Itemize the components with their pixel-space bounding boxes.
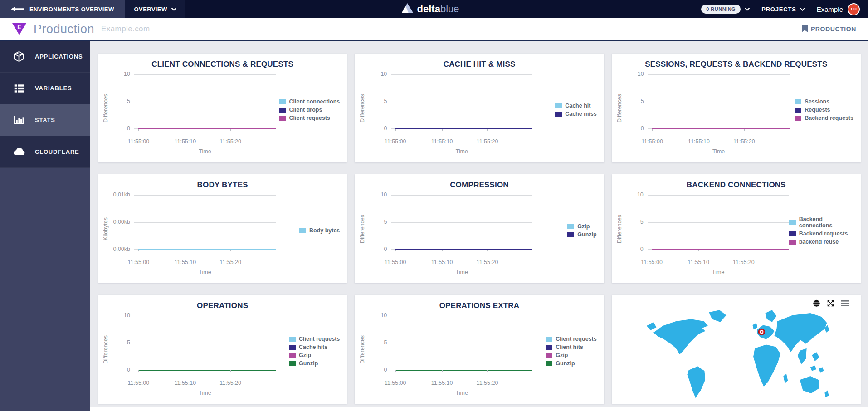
y-tick-labels: 1050 <box>110 71 134 132</box>
x-tick-mark <box>185 370 185 372</box>
account-label: Example <box>817 5 843 13</box>
bottom-strip <box>90 407 868 411</box>
data-line <box>138 370 276 371</box>
legend-swatch <box>795 108 801 113</box>
production-bookmark[interactable]: PRODUCTION <box>802 25 856 34</box>
x-tick-mark <box>395 250 396 251</box>
legend: Body bytes <box>299 227 340 234</box>
chart-card-operations: OPERATIONSDifferences105011:55:0011:55:1… <box>98 295 347 404</box>
gridline <box>391 195 532 196</box>
plot-grid <box>134 316 276 370</box>
sidebar-item-cloudflare[interactable]: CLOUDFLARE <box>0 136 90 168</box>
legend-item[interactable]: Requests <box>795 107 853 113</box>
legend-item[interactable]: Cache hits <box>289 344 340 350</box>
legend: GzipGunzip <box>567 223 596 238</box>
legend-item[interactable]: Client requests <box>279 115 340 121</box>
x-tick-mark <box>487 250 488 251</box>
account-menu[interactable]: Example EU <box>817 3 860 15</box>
globe-icon[interactable] <box>813 299 820 307</box>
legend-item[interactable]: Client requests <box>546 336 596 342</box>
legend-item[interactable]: Backend requests <box>789 231 853 237</box>
gridline <box>648 74 790 75</box>
legend-item[interactable]: Client drops <box>279 107 340 113</box>
x-tick: 11:55:20 <box>219 259 241 265</box>
plot-grid <box>391 195 532 250</box>
x-tick-labels: 11:55:0011:55:1011:55:20 <box>134 138 276 146</box>
y-tick: 0 <box>640 246 644 252</box>
legend-item[interactable]: Gunzip <box>546 360 596 367</box>
legend-item[interactable]: Gunzip <box>567 231 596 238</box>
y-tick: 0,00kb <box>113 246 130 252</box>
legend-item[interactable]: Backend connections <box>789 216 853 229</box>
plot-grid <box>648 74 790 129</box>
chart-title: CACHE HIT & MISS <box>355 54 604 69</box>
plot-row: 1050 <box>624 74 790 135</box>
x-axis-label: Time <box>110 148 276 155</box>
x-tick-mark <box>698 250 699 251</box>
y-tick: 5 <box>127 339 130 346</box>
chart-area: Differences105011:55:0011:55:1011:55:20T… <box>612 69 861 156</box>
legend-swatch <box>789 231 796 236</box>
x-tick: 11:55:20 <box>219 138 241 145</box>
fullscreen-expand-icon[interactable] <box>827 299 834 307</box>
gridline <box>134 222 276 223</box>
x-tick: 11:55:00 <box>385 259 406 265</box>
legend-label: Gzip <box>556 352 568 358</box>
x-tick-mark <box>442 370 443 372</box>
legend-item[interactable]: Gunzip <box>289 360 340 367</box>
chart-card-compression: COMPRESSIONDifferences105011:55:0011:55:… <box>355 174 604 283</box>
x-tick-mark <box>652 250 652 251</box>
legend-item[interactable]: backend reuse <box>789 239 853 245</box>
menu-icon[interactable] <box>841 300 849 306</box>
gridline <box>134 343 276 343</box>
y-tick-labels: 1050 <box>366 191 391 252</box>
y-tick-labels: 0,01kb0,00kb0,00kb <box>110 191 134 252</box>
gridline <box>391 316 532 316</box>
projects-dropdown[interactable]: PROJECTS <box>761 6 805 13</box>
deltablue-triangle-icon <box>401 3 413 15</box>
chevron-down-icon <box>171 8 176 11</box>
running-dropdown[interactable]: 0 RUNNING <box>701 5 750 14</box>
chevron-down-icon <box>745 8 750 11</box>
sidebar-item-stats[interactable]: STATS <box>0 104 90 136</box>
y-axis-label: Differences <box>359 335 366 364</box>
sidebar-item-variables[interactable]: VARIABLES <box>0 73 90 104</box>
map-marker-europe[interactable] <box>759 329 765 335</box>
legend-item[interactable]: Backend requests <box>795 115 853 121</box>
data-line <box>395 370 533 371</box>
chart-area: Differences105011:55:0011:55:1011:55:20T… <box>355 310 604 397</box>
legend-item[interactable]: Gzip <box>546 352 596 358</box>
y-tick: 0 <box>384 367 387 373</box>
plot-column: 105011:55:0011:55:1011:55:20Time <box>624 74 790 156</box>
x-tick: 11:55:20 <box>733 259 755 265</box>
y-tick-labels: 1050 <box>366 71 391 132</box>
y-tick: 5 <box>641 98 644 104</box>
legend-label: Backend connections <box>799 216 853 229</box>
y-axis-label: Differences <box>359 215 366 243</box>
legend-label: Client requests <box>289 115 330 121</box>
overview-dropdown[interactable]: OVERVIEW <box>125 0 185 18</box>
legend: SessionsRequestsBackend requests <box>795 98 853 121</box>
x-tick-mark <box>487 129 488 131</box>
projects-label: PROJECTS <box>761 6 796 13</box>
legend-item[interactable]: Gzip <box>567 223 596 230</box>
y-tick: 0 <box>127 125 130 132</box>
top-navbar: ENVIRONMENTS OVERVIEW OVERVIEW deltablue… <box>0 0 868 18</box>
legend-item[interactable]: Body bytes <box>299 227 340 234</box>
legend-item[interactable]: Cache miss <box>555 111 596 117</box>
sidebar-item-applications[interactable]: APPLICATIONS <box>0 41 90 73</box>
legend-item[interactable]: Client hits <box>546 344 596 350</box>
legend-item[interactable]: Client requests <box>289 336 340 342</box>
y-tick: 10 <box>380 191 387 198</box>
x-axis-label: Time <box>623 269 789 275</box>
legend-item[interactable]: Cache hit <box>555 103 596 109</box>
navbar-left: ENVIRONMENTS OVERVIEW OVERVIEW <box>0 0 401 18</box>
legend-item[interactable]: Sessions <box>795 98 853 105</box>
environments-overview-button[interactable]: ENVIRONMENTS OVERVIEW <box>0 0 125 18</box>
legend-item[interactable]: Client connections <box>279 98 340 105</box>
plot-column: 105011:55:0011:55:1011:55:20Time <box>366 195 532 277</box>
x-tick-mark <box>185 250 185 251</box>
y-tick: 5 <box>127 98 130 104</box>
x-tick: 11:55:00 <box>385 380 406 386</box>
legend-item[interactable]: Gzip <box>289 352 340 358</box>
